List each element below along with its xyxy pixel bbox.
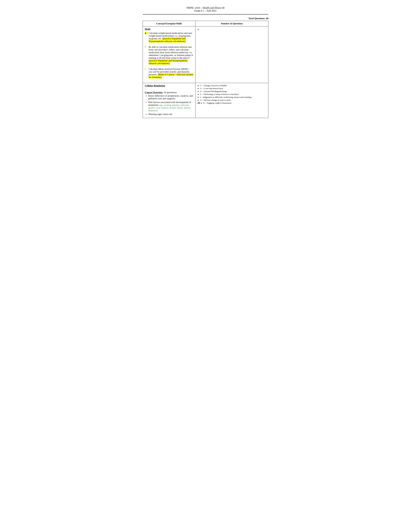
cancer-bullet-3: Warning signs: know the — [148, 113, 193, 116]
cancer-overview-note: (6 questions) — [164, 91, 177, 94]
cancer-overview-header: Cancer Overview: (6 questions) — [145, 91, 193, 94]
math-row: Math ● Calculate weight-based medication… — [143, 27, 268, 83]
arrow-t: ► — [197, 93, 199, 95]
warning-text-i: I – Indigestion or difficulty swallowing… — [200, 96, 252, 98]
math-section-header: Math — [145, 28, 193, 30]
math-bullet-1: ● Calculate weight-based medications and… — [145, 32, 193, 43]
arrow-n: ► — [200, 102, 202, 104]
num-badge-29: 29 — [197, 102, 200, 104]
warning-text-c: C – Change in bowel or bladder — [200, 84, 227, 87]
arrow-c: ► — [197, 85, 199, 86]
arrow-i: ► — [197, 96, 199, 98]
page-header: NMNC 2410 – Health and Illness III Exam … — [143, 6, 268, 15]
main-table: Concept/Exemplar/Skills Number of Questi… — [143, 21, 268, 118]
warning-item-n: 29 ► N – Nagging cough or hoarseness — [197, 102, 266, 104]
arrow-u: ► — [197, 90, 199, 92]
dash-line: - — [145, 88, 193, 90]
warning-item-a: ► A – A sore that doesn't heal — [197, 87, 266, 90]
cancer-bullet-1: Know difference of prophylaxis, curative… — [148, 95, 193, 100]
math-highlight-1: (practice Dopamine and Norepinephrine in… — [149, 37, 186, 43]
bullet-marker-2: • — [145, 46, 148, 48]
warning-item-c: ► C – Change in bowel or bladder — [197, 84, 266, 87]
cancer-warning-list: ► C – Change in bowel or bladder ► A – A… — [197, 84, 266, 104]
math-bullet-3-text: Calculate Mean Arterial Pressure (MAP) –… — [149, 68, 193, 79]
math-bullet-list: ● Calculate weight-based medications and… — [145, 32, 193, 79]
math-bullet-1-text: Calculate weight-based medications and n… — [149, 32, 193, 43]
cellular-section-header: Cellular Regulation — [145, 84, 193, 87]
cancer-bullet-2: Risk factors associated with development… — [148, 101, 193, 112]
bullet-marker-1: ● — [145, 32, 148, 35]
cellular-number-cell: ► C – Change in bowel or bladder ► A – A… — [196, 83, 268, 118]
arrow-a: ► — [197, 87, 199, 89]
arrow-o: ► — [197, 99, 199, 101]
cancer-green-text: (age, smoking, radiation, infections, ge… — [148, 104, 191, 112]
cellular-row: Cellular Regulation - Cancer Overview: (… — [143, 83, 268, 118]
cancer-overview-label: Cancer Overview — [145, 91, 163, 94]
warning-text-n: N – Nagging cough or hoarseness — [203, 102, 232, 104]
warning-text-u: U – Unusual bleeding/discharge — [200, 90, 227, 93]
warning-item-t: ► T – Thickening or lump in breast or el… — [197, 93, 266, 95]
col-questions-header: Number of Questions — [196, 21, 268, 27]
warning-item-o: ► O – Obvious change in wart or mole — [197, 99, 266, 101]
warning-item-u: ► U – Unusual bleeding/discharge — [197, 90, 266, 93]
col-concept-header: Concept/Exemplar/Skills — [143, 21, 196, 27]
math-bullet-2-text: Be able to calculate medication infusion… — [149, 46, 193, 65]
math-highlight-3: (Refer to Canvas – Infection module for … — [149, 73, 193, 78]
math-number-cell: 4 — [196, 27, 268, 83]
header-line2: Exam # 1 – Fall 2021 — [143, 9, 268, 12]
warning-text-t: T – Thickening or lump in breast or else… — [200, 93, 239, 95]
warning-item-i: ► I – Indigestion or difficulty swallowi… — [197, 96, 266, 98]
warning-text-a: A – A sore that doesn't heal — [200, 87, 223, 90]
header-line1: NMNC 2410 – Health and Illness III — [143, 6, 268, 9]
math-number: 4 — [197, 28, 266, 31]
math-concept-cell: Math ● Calculate weight-based medication… — [143, 27, 196, 83]
warning-text-o: O – Obvious change in wart or mole — [200, 99, 231, 101]
total-questions: Total Questions: 60 — [143, 17, 268, 20]
math-bullet-3: • Calculate Mean Arterial Pressure (MAP)… — [145, 68, 193, 79]
math-bullet-2: • Be able to calculate medication infusi… — [145, 46, 193, 65]
bullet-marker-3: • — [145, 68, 148, 70]
cellular-concept-cell: Cellular Regulation - Cancer Overview: (… — [143, 83, 196, 118]
math-highlight-2: (practice Dopamine and Norepinephrine in… — [149, 59, 188, 65]
cancer-bullet-list: Know difference of prophylaxis, curative… — [145, 95, 193, 116]
